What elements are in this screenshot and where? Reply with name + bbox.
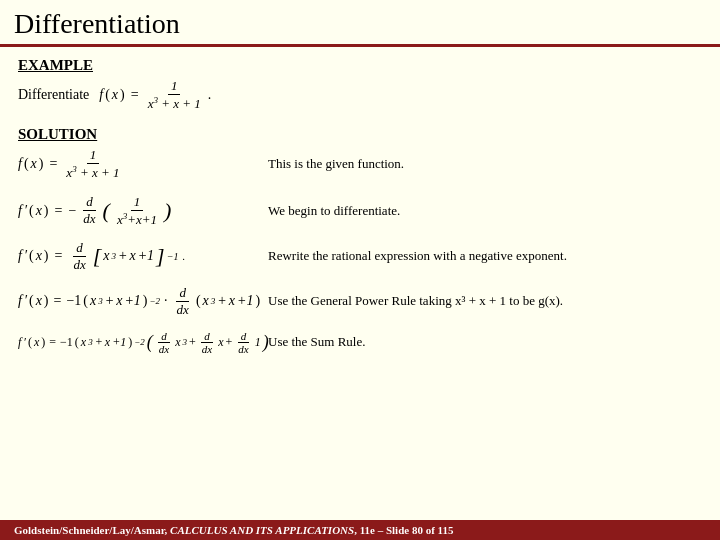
footer: Goldstein/Schneider/Lay/Asmar, CALCULUS … [0,520,720,540]
formula-1: f(x) = 1 x3 + x + 1 [18,147,248,181]
solution-row-3: f′(x) = d dx [ x3+x+1 ] −1 . [18,240,702,273]
formula-2: f′(x) = − d dx ( 1 x3+x+1 [18,194,248,228]
solution-row-4: f′(x) = −1 (x3+x+1)−2 · d dx (x3+x+1) [18,285,702,318]
solution-row-5: f′(x) = −1 (x3+x+1)−2 ( d dx x3 + [18,330,702,355]
title-bar: Differentiation [0,0,720,47]
solution-row-1: f(x) = 1 x3 + x + 1 This is the given fu… [18,147,702,181]
example-section: EXAMPLE Differentiate f(x) = 1 x3 + x + … [18,57,702,120]
description-4: Use the General Power Rule taking x³ + x… [268,292,702,310]
example-formula: f(x) = 1 x3 + x + 1 . [99,78,211,112]
description-1: This is the given function. [268,155,702,173]
formula-3: f′(x) = d dx [ x3+x+1 ] −1 . [18,240,248,273]
solution-section: SOLUTION f(x) = 1 x3 + x + 1 [18,126,702,355]
description-3: Rewrite the rational expression with a n… [268,247,702,265]
formula-5: f′(x) = −1 (x3+x+1)−2 ( d dx x3 + [18,330,248,355]
example-heading: EXAMPLE [18,57,702,74]
description-2: We begin to differentiate. [268,202,702,220]
page: Differentiation EXAMPLE Differentiate f(… [0,0,720,540]
differentiate-label: Differentiate [18,87,89,103]
page-title: Differentiation [14,8,180,39]
solution-rows: f(x) = 1 x3 + x + 1 This is the given fu… [18,147,702,355]
formula-4: f′(x) = −1 (x3+x+1)−2 · d dx (x3+x+1) [18,285,248,318]
solution-row-2: f′(x) = − d dx ( 1 x3+x+1 [18,194,702,228]
solution-heading: SOLUTION [18,126,702,143]
description-5: Use the Sum Rule. [268,333,702,351]
content-area: EXAMPLE Differentiate f(x) = 1 x3 + x + … [0,47,720,520]
example-row: Differentiate f(x) = 1 x3 + x + 1 . [18,78,702,112]
footer-text: Goldstein/Schneider/Lay/Asmar, CALCULUS … [14,524,453,536]
